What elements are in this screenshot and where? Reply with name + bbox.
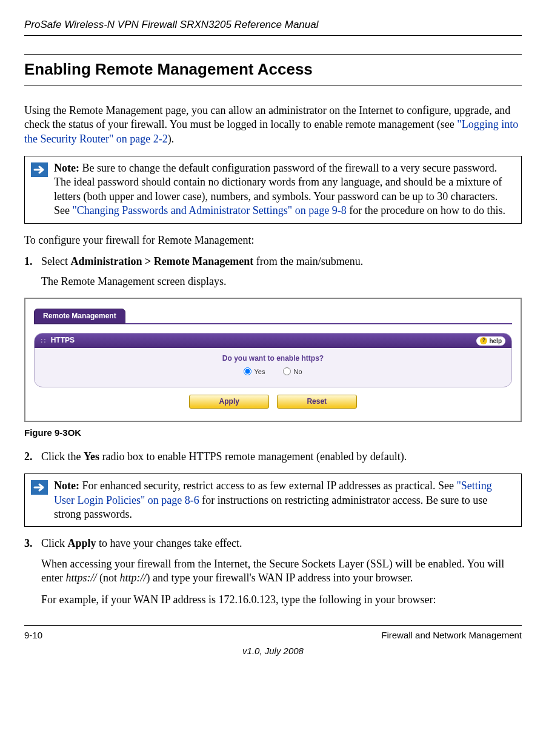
note1-link[interactable]: "Changing Passwords and Administrator Se… bbox=[73, 204, 347, 216]
s3-sub1-post: ) and type your firewall's WAN IP addres… bbox=[147, 572, 413, 584]
step-3-num: 3. bbox=[24, 537, 33, 550]
s3-sub1-mid: (not bbox=[97, 572, 120, 584]
arrow-note-icon bbox=[31, 162, 48, 177]
note-icon bbox=[25, 156, 54, 183]
https-panel: ::HTTPS ?help Do you want to enable http… bbox=[34, 333, 512, 387]
page-number: 9-10 bbox=[24, 629, 42, 641]
config-intro: To configure your firewall for Remote Ma… bbox=[24, 233, 522, 247]
note1-post: for the procedure on how to do this. bbox=[347, 204, 505, 216]
step-1-pre: Select bbox=[41, 255, 70, 267]
step-3: 3. Click Apply to have your changes take… bbox=[41, 537, 522, 607]
note-box-2: Note: For enhanced security, restrict ac… bbox=[24, 473, 522, 527]
step-1-bold: Administration > Remote Management bbox=[70, 255, 253, 267]
note-text-1: Note: Be sure to change the default conf… bbox=[54, 156, 521, 223]
figure-9-3: Remote Management ::HTTPS ?help Do you w… bbox=[24, 298, 522, 423]
radio-no-label: No bbox=[293, 367, 302, 376]
radio-yes-label: Yes bbox=[254, 367, 265, 376]
step-2-pre: Click the bbox=[41, 450, 84, 463]
footer-version: v1.0, July 2008 bbox=[24, 645, 522, 657]
note-label: Note: bbox=[54, 480, 79, 492]
radio-yes-input[interactable] bbox=[244, 367, 251, 375]
step-2: 2. Click the Yes radio box to enable HTT… bbox=[41, 450, 522, 464]
apply-button[interactable]: Apply bbox=[189, 395, 269, 409]
section-heading: Enabling Remote Management Access bbox=[24, 54, 522, 85]
step-3-bold: Apply bbox=[68, 537, 96, 549]
step-3-post: to have your changes take effect. bbox=[96, 537, 242, 549]
note-icon bbox=[25, 474, 54, 501]
tab-remote-management[interactable]: Remote Management bbox=[34, 309, 125, 324]
note-label: Note: bbox=[54, 162, 79, 174]
s3-sub1-i1: https:// bbox=[65, 572, 96, 584]
tab-strip: Remote Management bbox=[34, 307, 512, 325]
note-text-2: Note: For enhanced security, restrict ac… bbox=[54, 474, 521, 526]
footer-section: Firewall and Network Management bbox=[381, 629, 522, 641]
arrow-note-icon bbox=[31, 480, 48, 495]
note2-pre: For enhanced security, restrict access t… bbox=[79, 480, 456, 492]
running-header: ProSafe Wireless-N VPN Firewall SRXN3205… bbox=[24, 18, 522, 36]
figure-caption: Figure 9-3OK bbox=[24, 427, 522, 439]
step-2-post: radio box to enable HTTPS remote managem… bbox=[99, 450, 407, 463]
step-3-sub2: For example, if your WAN IP address is 1… bbox=[41, 593, 522, 607]
intro-pre: Using the Remote Management page, you ca… bbox=[24, 104, 510, 130]
enable-https-question: Do you want to enable https? bbox=[47, 354, 499, 364]
radio-no-input[interactable] bbox=[283, 367, 291, 375]
s3-sub1-i2: http:// bbox=[120, 572, 147, 584]
step-2-bold: Yes bbox=[84, 450, 99, 463]
help-label: help bbox=[489, 337, 502, 345]
reset-button[interactable]: Reset bbox=[277, 395, 357, 409]
radio-row: Yes No bbox=[244, 367, 302, 376]
step-1-post: from the main/submenu. bbox=[253, 255, 363, 267]
button-row: Apply Reset bbox=[34, 393, 512, 409]
help-button[interactable]: ?help bbox=[476, 336, 505, 346]
step-3-pre: Click bbox=[41, 537, 68, 549]
screenshot-frame: Remote Management ::HTTPS ?help Do you w… bbox=[24, 298, 522, 423]
step-2-num: 2. bbox=[24, 450, 33, 464]
drag-handle-icon: :: bbox=[41, 337, 47, 344]
panel-body: Do you want to enable https? Yes No bbox=[35, 348, 511, 387]
panel-title-wrap: ::HTTPS bbox=[41, 336, 75, 346]
panel-header: ::HTTPS ?help bbox=[35, 333, 511, 348]
step-1-num: 1. bbox=[24, 255, 33, 269]
step-3-sub1: When accessing your firewall from the In… bbox=[41, 557, 522, 586]
radio-no[interactable]: No bbox=[283, 367, 302, 376]
intro-post: ). bbox=[168, 133, 175, 145]
step-1: 1. Select Administration > Remote Manage… bbox=[41, 255, 522, 289]
radio-yes[interactable]: Yes bbox=[244, 367, 265, 376]
page-footer: 9-10 Firewall and Network Management bbox=[24, 625, 522, 641]
help-icon: ? bbox=[480, 337, 487, 344]
panel-title: HTTPS bbox=[51, 336, 75, 344]
note-box-1: Note: Be sure to change the default conf… bbox=[24, 156, 522, 224]
intro-paragraph: Using the Remote Management page, you ca… bbox=[24, 104, 522, 146]
step-1-sub: The Remote Management screen displays. bbox=[41, 275, 522, 289]
